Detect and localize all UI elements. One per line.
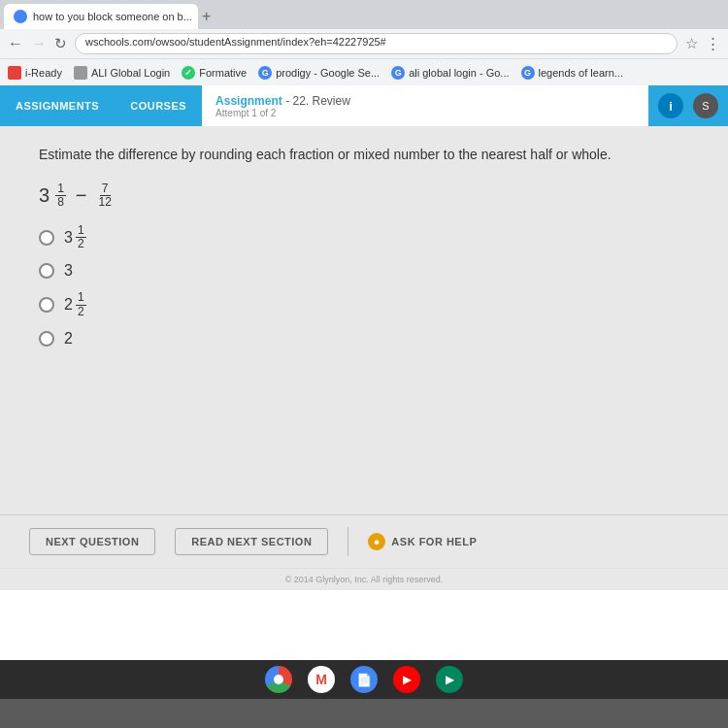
bookmark-legends[interactable]: G legends of learn... bbox=[521, 66, 623, 80]
nav-links: ASSIGNMENTS COURSES bbox=[0, 85, 202, 126]
info-button[interactable]: i bbox=[658, 93, 683, 118]
app-header: ASSIGNMENTS COURSES Assignment - 22. Rev… bbox=[0, 85, 728, 126]
fraction-7-12: 7 12 bbox=[97, 182, 114, 209]
back-button[interactable]: ← bbox=[8, 35, 23, 52]
bookmark-formative-label: Formative bbox=[199, 67, 247, 79]
taskbar-play-icon[interactable]: ▶ bbox=[436, 666, 463, 693]
url-bar[interactable]: wschools.com/owsoo/studentAssignment/ind… bbox=[75, 33, 678, 54]
reload-button[interactable]: ↻ bbox=[54, 35, 67, 52]
bookmark-iready-label: i-Ready bbox=[25, 67, 62, 79]
option-b-text: 3 bbox=[64, 262, 73, 280]
radio-c[interactable] bbox=[39, 297, 54, 313]
formative-icon: ✓ bbox=[182, 66, 195, 80]
iready-icon bbox=[8, 66, 21, 80]
address-bar: ← → ↻ wschools.com/owsoo/studentAssignme… bbox=[0, 29, 728, 58]
bookmark-ali-label: ALI Global Login bbox=[91, 67, 170, 79]
taskbar: M 📄 ▶ ▶ bbox=[0, 660, 728, 699]
user-button[interactable]: S bbox=[693, 93, 718, 118]
radio-a[interactable] bbox=[39, 230, 54, 246]
ali-icon bbox=[74, 66, 87, 80]
question-prompt: Estimate the difference by rounding each… bbox=[39, 146, 699, 165]
active-tab[interactable]: how to you block someone on b... × bbox=[4, 4, 198, 29]
taskbar-youtube-icon[interactable]: ▶ bbox=[393, 666, 420, 693]
assignment-info: Assignment - 22. Review Attempt 1 of 2 bbox=[202, 85, 648, 126]
next-question-button[interactable]: NEXT QUESTION bbox=[29, 528, 155, 555]
new-tab-button[interactable]: + bbox=[202, 8, 211, 25]
bookmark-prodigy-label: prodigy - Google Se... bbox=[276, 67, 380, 79]
bookmark-formative[interactable]: ✓ Formative bbox=[182, 66, 247, 80]
forward-button[interactable]: → bbox=[31, 35, 47, 52]
option-a-text: 3 1 2 bbox=[64, 224, 86, 250]
footer: © 2014 Glynlyon, Inc. All rights reserve… bbox=[0, 568, 728, 590]
bookmark-aliglobal-label: ali global login - Go... bbox=[409, 67, 509, 79]
main-content: Estimate the difference by rounding each… bbox=[0, 126, 728, 514]
bookmarks-bar: i-Ready ALI Global Login ✓ Formative G bbox=[0, 58, 728, 85]
assignment-subtitle: - 22. Review bbox=[285, 94, 350, 108]
options-list: 3 1 2 3 2 bbox=[39, 224, 699, 347]
option-c-text: 2 1 2 bbox=[64, 291, 86, 317]
math-expression: 3 1 8 − 7 12 bbox=[39, 182, 699, 209]
copyright-text: © 2014 Glynlyon, Inc. All rights reserve… bbox=[285, 575, 444, 584]
ask-for-help-button[interactable]: ● ASK FOR HELP bbox=[368, 533, 477, 550]
assignment-title: Assignment - 22. Review bbox=[215, 94, 635, 108]
legends-icon: G bbox=[521, 66, 535, 80]
ask-help-label: ASK FOR HELP bbox=[391, 536, 477, 547]
fraction-1-8: 1 8 bbox=[55, 182, 66, 209]
attempt-text: Attempt 1 of 2 bbox=[215, 108, 635, 118]
help-icon: ● bbox=[368, 533, 385, 550]
vertical-divider bbox=[347, 527, 348, 556]
url-text: wschools.com/owsoo/studentAssignment/ind… bbox=[85, 36, 386, 48]
minus-sign: − bbox=[76, 184, 87, 207]
bottom-bar: NEXT QUESTION READ NEXT SECTION ● ASK FO… bbox=[0, 514, 728, 568]
bookmark-aliglobal[interactable]: G ali global login - Go... bbox=[391, 66, 509, 80]
option-a[interactable]: 3 1 2 bbox=[39, 224, 699, 250]
bookmark-ali[interactable]: ALI Global Login bbox=[74, 66, 170, 80]
bookmark-star-icon[interactable]: ☆ bbox=[685, 35, 698, 52]
aliglobal-icon: G bbox=[391, 66, 405, 80]
nav-assignments[interactable]: ASSIGNMENTS bbox=[0, 85, 115, 126]
option-d-text: 2 bbox=[64, 330, 73, 347]
taskbar-files-icon[interactable]: 📄 bbox=[350, 666, 378, 693]
tab-bar: how to you block someone on b... × + bbox=[0, 0, 728, 29]
tab-favicon bbox=[14, 10, 27, 23]
tab-title: how to you block someone on b... bbox=[33, 11, 192, 22]
bookmark-legends-label: legends of learn... bbox=[539, 67, 623, 79]
taskbar-gmail-icon[interactable]: M bbox=[308, 666, 335, 693]
bookmark-iready[interactable]: i-Ready bbox=[8, 66, 62, 80]
radio-b[interactable] bbox=[39, 263, 54, 279]
fraction-a: 1 2 bbox=[76, 224, 86, 250]
whole-number: 3 bbox=[39, 184, 50, 207]
fraction-c: 1 2 bbox=[76, 291, 86, 317]
menu-icon[interactable]: ⋮ bbox=[706, 35, 720, 52]
bookmark-prodigy[interactable]: G prodigy - Google Se... bbox=[258, 66, 380, 80]
option-c[interactable]: 2 1 2 bbox=[39, 291, 699, 317]
prodigy-icon: G bbox=[258, 66, 272, 80]
header-right: i S bbox=[648, 85, 728, 126]
option-d[interactable]: 2 bbox=[39, 330, 699, 347]
nav-courses[interactable]: COURSES bbox=[115, 85, 202, 126]
option-b[interactable]: 3 bbox=[39, 262, 699, 280]
read-next-section-button[interactable]: READ NEXT SECTION bbox=[175, 528, 328, 555]
radio-d[interactable] bbox=[39, 331, 54, 347]
taskbar-chrome-icon[interactable] bbox=[265, 666, 292, 693]
